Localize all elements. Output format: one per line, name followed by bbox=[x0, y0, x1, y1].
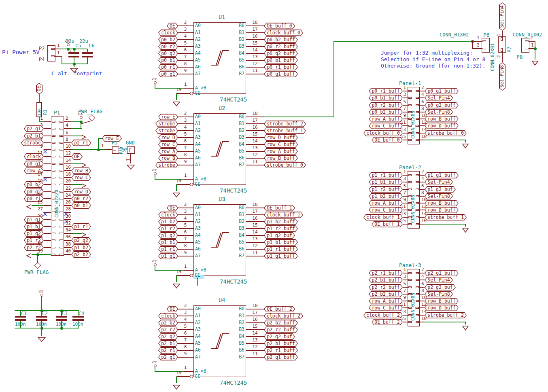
net-label[interactable]: p1_r2 bbox=[158, 225, 178, 232]
capacitor-C3[interactable] bbox=[55, 315, 68, 322]
net-label[interactable]: row_B bbox=[158, 155, 178, 161]
net-label[interactable]: p2_b2_buff bbox=[264, 320, 298, 326]
net-label[interactable]: p1_r2_buff bbox=[264, 225, 298, 232]
net-label[interactable]: p2_b1_buff bbox=[264, 340, 298, 347]
net-label[interactable]: row_E bbox=[158, 114, 178, 120]
open-arrow-label[interactable] bbox=[81, 231, 87, 236]
net-label[interactable]: OE_buff_2 bbox=[264, 306, 295, 312]
net-label[interactable]: p2_b1 bbox=[158, 340, 178, 347]
net-label[interactable]: row_C_buff bbox=[264, 141, 298, 148]
net-label[interactable]: p1_b1_buff bbox=[264, 239, 298, 246]
net-label[interactable]: Sel-Pin4 bbox=[499, 2, 506, 31]
net-label[interactable]: OE_buff_1 bbox=[264, 205, 295, 211]
net-label[interactable]: p1_g2 bbox=[158, 232, 178, 239]
open-arrow-label[interactable] bbox=[81, 182, 87, 187]
net-label[interactable]: p0_r1 bbox=[158, 64, 178, 70]
net-label[interactable]: clock bbox=[158, 212, 178, 218]
net-label[interactable]: strobe bbox=[155, 127, 178, 134]
pin-pad bbox=[59, 212, 63, 213]
net-label[interactable]: p2_r1 bbox=[158, 347, 178, 354]
net-label[interactable]: OE_buff_2 bbox=[372, 319, 403, 325]
net-label[interactable]: p1_b2_buff bbox=[264, 218, 298, 225]
gnd-symbol[interactable] bbox=[127, 163, 135, 168]
net-label[interactable]: OE bbox=[36, 83, 42, 94]
gnd-symbol[interactable] bbox=[462, 142, 469, 147]
net-label[interactable]: p1_g2_buf bbox=[264, 232, 295, 239]
gnd-symbol[interactable] bbox=[173, 191, 180, 196]
net-label[interactable]: clock_buff_0 bbox=[264, 30, 303, 36]
net-label[interactable]: p2_b2 bbox=[158, 320, 178, 326]
gnd-symbol[interactable] bbox=[38, 336, 46, 341]
net-label[interactable]: Sel-Pin8 bbox=[499, 62, 506, 91]
pin-number: 1 bbox=[57, 51, 60, 55]
net-label[interactable]: row_A bbox=[158, 148, 178, 155]
gnd-symbol[interactable] bbox=[70, 67, 78, 72]
power-flag-diamond[interactable] bbox=[34, 262, 41, 269]
pin-pad bbox=[408, 216, 412, 218]
net-label[interactable]: p2_g1_buff bbox=[264, 354, 298, 360]
net-label[interactable]: clock_buff_2 bbox=[264, 313, 303, 319]
capacitor-C2[interactable] bbox=[36, 315, 48, 322]
net-label[interactable]: p2_r1_buff bbox=[264, 347, 298, 354]
net-label[interactable]: p0_b2 bbox=[158, 36, 178, 43]
net-label[interactable]: strobe_buff_2 bbox=[264, 121, 306, 127]
gnd-symbol[interactable] bbox=[173, 282, 180, 287]
pin-stub bbox=[178, 137, 193, 138]
net-label[interactable]: OE_buff_0 bbox=[264, 23, 295, 29]
net-label[interactable]: strobe_buff_0 bbox=[264, 162, 306, 168]
net-label[interactable]: p2_g1 bbox=[158, 354, 178, 360]
capacitor-C1[interactable] bbox=[15, 315, 27, 322]
net-label[interactable]: p2_b2 bbox=[71, 251, 91, 258]
net-label[interactable]: OE bbox=[167, 205, 178, 211]
net-label[interactable]: row_D bbox=[158, 134, 178, 141]
open-arrow-label[interactable] bbox=[26, 252, 32, 257]
net-label[interactable]: OE bbox=[167, 306, 178, 312]
net-label[interactable]: p0_r2 bbox=[158, 43, 178, 50]
gnd-symbol[interactable] bbox=[173, 100, 180, 105]
pin-stub bbox=[420, 133, 425, 133]
net-label[interactable]: OE bbox=[167, 23, 178, 29]
footprint-P8: CONN_01X02 bbox=[513, 32, 542, 37]
open-arrow-label[interactable] bbox=[81, 133, 87, 138]
net-label[interactable]: p1_g1_buff bbox=[264, 253, 298, 259]
open-arrow-label[interactable] bbox=[26, 203, 32, 208]
net-label[interactable]: p0_g1 bbox=[158, 71, 178, 77]
net-label[interactable]: p0_b1_buff bbox=[264, 57, 298, 64]
net-label[interactable]: row_D_buff bbox=[264, 134, 298, 141]
net-label[interactable]: row_A_buff bbox=[264, 148, 298, 155]
net-label[interactable]: p2_g2_buf bbox=[264, 333, 295, 340]
capacitor-C4[interactable] bbox=[72, 315, 84, 322]
net-label[interactable]: p1_g1 bbox=[158, 253, 178, 259]
net-label[interactable]: p0_g2_buff bbox=[264, 50, 298, 57]
net-label[interactable]: p0_r1_buff bbox=[264, 64, 298, 70]
net-label[interactable]: p2_g2 bbox=[158, 333, 178, 340]
pin-stub bbox=[64, 247, 71, 248]
net-label[interactable]: row_B_buff bbox=[264, 155, 298, 161]
net-label[interactable]: clock bbox=[158, 30, 178, 36]
open-arrow-label[interactable] bbox=[81, 161, 87, 166]
net-label[interactable]: p0_b2_buff bbox=[264, 36, 298, 43]
gnd-symbol[interactable] bbox=[173, 384, 180, 388]
net-label[interactable]: p0_b1 bbox=[158, 57, 178, 64]
net-label[interactable]: p1_b2 bbox=[158, 218, 178, 225]
net-label[interactable]: p1_r1_buff bbox=[264, 246, 298, 252]
net-label[interactable]: row_C bbox=[158, 141, 178, 148]
net-label[interactable]: clock_buff_1 bbox=[264, 212, 303, 218]
net-label[interactable]: p1_b1 bbox=[158, 239, 178, 246]
gnd-symbol[interactable] bbox=[462, 324, 469, 329]
net-label[interactable]: p0_g2 bbox=[158, 50, 178, 57]
gnd-symbol[interactable] bbox=[462, 227, 469, 231]
net-label[interactable]: p1_r1 bbox=[158, 246, 178, 252]
net-label[interactable]: strobe_buff_1 bbox=[264, 127, 306, 134]
net-label[interactable]: p0_g1_buff bbox=[264, 71, 298, 77]
connector-P2P4[interactable] bbox=[47, 45, 55, 61]
net-label[interactable]: strobe bbox=[155, 121, 178, 127]
net-label[interactable]: OE_buff_0 bbox=[372, 137, 403, 143]
net-label[interactable]: strobe bbox=[155, 162, 178, 168]
gnd-symbol[interactable] bbox=[532, 59, 538, 64]
net-label[interactable]: p0_r2_buff bbox=[264, 43, 298, 50]
net-label[interactable]: OE_buff_1 bbox=[372, 221, 403, 227]
net-label[interactable]: clock bbox=[158, 313, 178, 319]
net-label[interactable]: p2_r2 bbox=[158, 326, 178, 333]
net-label[interactable]: p2_r2_buff bbox=[264, 326, 298, 333]
